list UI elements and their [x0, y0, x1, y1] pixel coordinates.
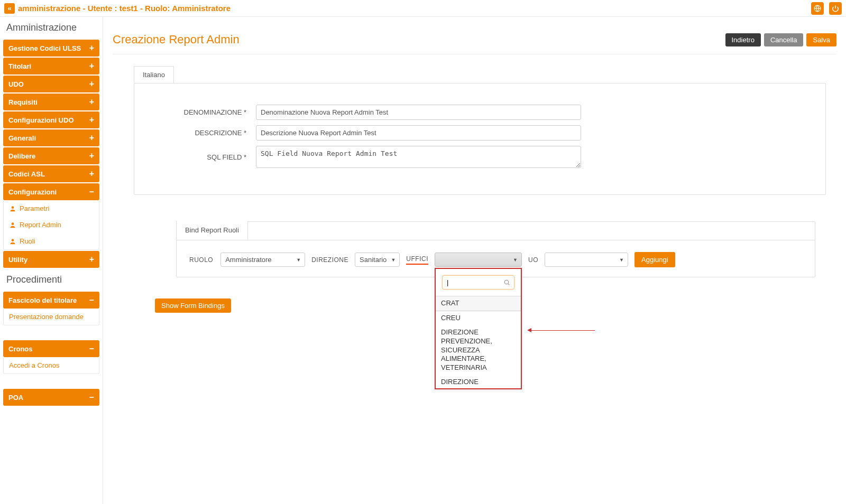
page-title: Creazione Report Admin — [113, 33, 240, 46]
descrizione-label: DESCRIZIONE * — [155, 129, 256, 137]
sidebar-item-label: Utility — [8, 256, 27, 264]
aggiungi-button[interactable]: Aggiungi — [635, 252, 675, 267]
dropdown-option[interactable]: DIREZIONE PREVENZIONE, SICUREZZA ALIMENT… — [436, 325, 521, 375]
sidebar-sub-label: Report Admin — [20, 221, 61, 229]
svg-point-4 — [504, 280, 509, 284]
plus-icon: + — [89, 255, 94, 264]
sidebar-item-label: POA — [8, 394, 23, 402]
svg-point-2 — [12, 222, 14, 225]
sidebar-item-label: UDO — [8, 80, 24, 88]
sidebar-sub-label: Presentazione domande — [9, 313, 84, 321]
sidebar-item-poa[interactable]: POA– — [3, 389, 99, 406]
denominazione-input[interactable] — [256, 105, 581, 120]
sidebar-item-label: Requisiti — [8, 98, 38, 106]
uffici-dropdown[interactable] — [435, 253, 522, 267]
sidebar-sub-label: Parametri — [20, 204, 49, 212]
plus-icon: + — [89, 79, 94, 89]
sidebar-item-label: Generali — [8, 134, 36, 142]
topbar-title: amministrazione - Utente : test1 - Ruolo… — [18, 4, 231, 13]
sidebar-item-configurazioni[interactable]: Configurazioni– — [3, 183, 99, 200]
sql-input[interactable]: SQL Field Nuova Report Admin Test — [256, 146, 581, 168]
uo-label: UO — [528, 256, 538, 264]
sidebar-sub-parametri[interactable]: Parametri — [4, 200, 99, 217]
uffici-dropdown-popup: CRAT CREU DIREZIONE PREVENZIONE, SICUREZ… — [435, 268, 522, 389]
sidebar-item-label: Cronos — [8, 345, 33, 353]
sidebar-item-requisiti[interactable]: Requisiti+ — [3, 94, 99, 110]
sql-label: SQL FIELD * — [155, 153, 256, 161]
save-button[interactable]: Salva — [806, 33, 836, 46]
plus-icon: + — [89, 43, 94, 53]
sidebar-item-label: Configurazioni UDO — [8, 116, 74, 124]
ruolo-dropdown[interactable]: Amministratore — [220, 253, 305, 267]
show-form-bindings-button[interactable]: Show Form Bindings — [155, 298, 231, 313]
search-icon — [503, 279, 510, 287]
sidebar-item-generali[interactable]: Generali+ — [3, 129, 99, 146]
minus-icon: – — [89, 344, 94, 353]
globe-icon[interactable] — [811, 2, 824, 15]
sidebar-item-label: Fascicolo del titolare — [8, 296, 77, 304]
sidebar-item-delibere[interactable]: Delibere+ — [3, 147, 99, 164]
ruolo-label: RUOLO — [189, 256, 213, 264]
sidebar-item-udo[interactable]: UDO+ — [3, 76, 99, 92]
plus-icon: + — [89, 97, 94, 107]
plus-icon: + — [89, 133, 94, 143]
uffici-label: UFFICI — [406, 255, 428, 265]
descrizione-input[interactable] — [256, 125, 581, 141]
denominazione-label: DENOMINAZIONE * — [155, 108, 256, 116]
sidebar-toggle-button[interactable]: « — [4, 3, 15, 14]
plus-icon: + — [89, 151, 94, 161]
cancel-button[interactable]: Cancella — [764, 33, 804, 46]
minus-icon: – — [89, 295, 94, 305]
svg-point-3 — [12, 239, 14, 241]
sidebar-sub-accedi-cronos[interactable]: Accedi a Cronos — [4, 357, 99, 374]
plus-icon: + — [89, 169, 94, 179]
back-button[interactable]: Indietro — [725, 33, 761, 46]
sidebar-item-codici-asl[interactable]: Codici ASL+ — [3, 165, 99, 182]
sidebar-item-fascicolo[interactable]: Fascicolo del titolare– — [3, 292, 99, 309]
uo-dropdown[interactable] — [545, 253, 628, 267]
tab-bind-report-ruoli[interactable]: Bind Report Ruoli — [176, 221, 248, 240]
user-icon — [9, 205, 16, 212]
sidebar-item-titolari[interactable]: Titolari+ — [3, 58, 99, 74]
tab-italiano[interactable]: Italiano — [134, 66, 174, 83]
user-icon — [9, 238, 16, 245]
sidebar-section-procedimenti: Procedimenti — [0, 269, 103, 291]
annotation-arrow — [531, 330, 595, 331]
sidebar-item-utility[interactable]: Utility+ — [3, 251, 99, 268]
direzione-dropdown[interactable]: Sanitario — [355, 253, 400, 267]
svg-point-1 — [12, 206, 14, 209]
sidebar-item-gestione-codici-ulss[interactable]: Gestione Codici ULSS+ — [3, 40, 99, 57]
sidebar-item-label: Titolari — [8, 62, 31, 70]
power-icon[interactable] — [829, 2, 842, 15]
sidebar-sub-label: Ruoli — [20, 237, 35, 245]
sidebar-item-configurazioni-udo[interactable]: Configurazioni UDO+ — [3, 111, 99, 128]
sidebar-item-label: Configurazioni — [8, 188, 57, 196]
dropdown-option-list: CRAT CREU DIREZIONE PREVENZIONE, SICUREZ… — [436, 296, 521, 388]
minus-icon: – — [89, 187, 94, 197]
sidebar-item-label: Delibere — [8, 152, 35, 160]
dropdown-option[interactable]: CRAT — [436, 296, 521, 311]
sidebar-item-label: Gestione Codici ULSS — [8, 44, 81, 52]
sidebar-item-cronos[interactable]: Cronos– — [3, 340, 99, 357]
sidebar-sub-ruoli[interactable]: Ruoli — [4, 233, 99, 249]
main-content: Creazione Report Admin Indietro Cancella… — [103, 17, 846, 504]
plus-icon: + — [89, 115, 94, 125]
dropdown-option[interactable]: CREU — [436, 311, 521, 325]
sidebar-section-admin: Amministrazione — [0, 17, 103, 39]
sidebar-sub-label: Accedi a Cronos — [9, 361, 59, 369]
sidebar-item-label: Codici ASL — [8, 170, 45, 178]
direzione-label: DIREZIONE — [311, 256, 348, 264]
minus-icon: – — [89, 393, 94, 402]
dropdown-option[interactable]: DIREZIONE PROGRAMMAZIONE — [436, 375, 521, 388]
user-icon — [9, 221, 16, 229]
sidebar: Amministrazione Gestione Codici ULSS+ Ti… — [0, 17, 103, 504]
plus-icon: + — [89, 61, 94, 71]
sidebar-sub-presentazione-domande[interactable]: Presentazione domande — [4, 309, 99, 325]
sidebar-sub-report-admin[interactable]: Report Admin — [4, 217, 99, 233]
